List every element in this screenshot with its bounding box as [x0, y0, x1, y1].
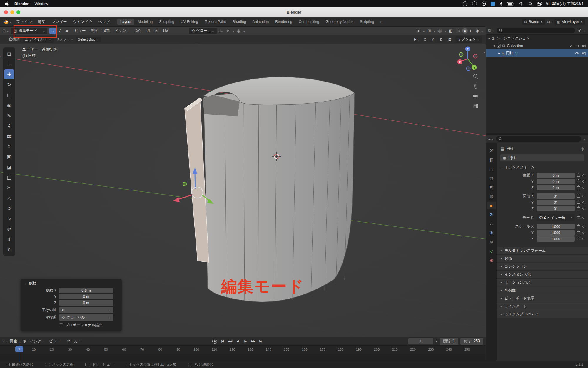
animate-decorator-icon[interactable]: [582, 238, 584, 240]
workspace-tab-modeling[interactable]: Modeling: [135, 19, 156, 25]
properties-search-input[interactable]: [496, 136, 581, 142]
viewport-menu-item[interactable]: UV: [161, 28, 171, 34]
annotate-tool[interactable]: ✎: [4, 111, 14, 120]
wifi-icon[interactable]: [519, 2, 524, 6]
animate-decorator-icon[interactable]: [582, 195, 584, 197]
physics-tab[interactable]: ⊚: [487, 229, 496, 237]
axis-dropdown[interactable]: X⌄: [59, 307, 113, 313]
orientation-dropdown[interactable]: ⟲グローバル ⌄: [59, 314, 113, 321]
mirror-axis-toggle[interactable]: Z: [437, 37, 444, 42]
render-tab[interactable]: ◧: [487, 156, 496, 164]
properties-section-header[interactable]: ▸インスタンス化: [497, 270, 588, 278]
animate-decorator-icon[interactable]: [582, 180, 584, 183]
proportional-editing-checkbox[interactable]: [59, 323, 63, 327]
measure-tool[interactable]: ∡: [4, 121, 14, 131]
animate-decorator-icon[interactable]: [582, 201, 584, 203]
add-workspace-button[interactable]: +: [377, 19, 384, 25]
spotlight-search-icon[interactable]: [528, 2, 532, 6]
pan-view-hand-icon[interactable]: [473, 83, 479, 90]
select-box-dropdown[interactable]: Select Box⌄: [76, 37, 101, 42]
object-name-field[interactable]: ▦ 円柱: [500, 154, 584, 161]
jump-to-end-button[interactable]: ▶|: [257, 338, 264, 344]
timeline-ruler[interactable]: 1020304050607080901001101201301401501601…: [0, 345, 486, 354]
lock-icon[interactable]: [577, 238, 580, 240]
mirror-icon[interactable]: ⋈: [412, 37, 419, 42]
viewport-menu-item[interactable]: 面: [152, 28, 161, 34]
solid-shading[interactable]: ●: [462, 28, 468, 34]
expand-icon[interactable]: ▸: [498, 52, 500, 55]
bevel-tool[interactable]: ◪: [4, 162, 14, 172]
operator-panel-move[interactable]: ⌄ 移動 移動 X 0.6 m Y 0 m Z: [21, 279, 122, 331]
gizmos-dropdown[interactable]: ⌄: [433, 29, 436, 32]
topbar-menu-item[interactable]: ヘルプ: [95, 19, 113, 25]
viewlayer-stack-icon[interactable]: ⧉⌄: [547, 20, 552, 24]
material-tab[interactable]: ◉: [487, 256, 496, 264]
collection-checkbox[interactable]: ✓: [497, 44, 501, 48]
rip-region-tool[interactable]: ⋔: [4, 245, 14, 254]
outliner-search-input[interactable]: [497, 28, 575, 33]
collapse-panel-icon[interactable]: ⌄: [24, 282, 26, 285]
animate-decorator-icon[interactable]: [582, 226, 584, 228]
workspace-tab-scripting[interactable]: Scripting: [357, 19, 377, 25]
properties-section-header[interactable]: ▸デルタトランスフォーム: [497, 246, 588, 254]
lock-icon[interactable]: [577, 195, 580, 198]
mode-dropdown[interactable]: ▧編集モード ⌄: [11, 28, 47, 34]
select-box-tool[interactable]: ◻: [4, 49, 14, 59]
gizmos-toggle[interactable]: ⊞: [426, 28, 432, 34]
3d-viewport[interactable]: ユーザー・透視投影 (1) 円柱 ◻+✚↻◱◉✎∡▦↥▣◪◫✂△↺∿⇄⇕⋔ Z …: [0, 44, 486, 337]
loop-cut-tool[interactable]: ◫: [4, 173, 14, 182]
keying-menu[interactable]: キーイング⌄: [23, 339, 45, 344]
expand-icon[interactable]: ▾: [494, 44, 495, 47]
object-tab[interactable]: ■: [487, 202, 496, 209]
overlays-dropdown[interactable]: ⌄: [444, 29, 446, 32]
viewport-menu-item[interactable]: ビュー: [72, 28, 88, 34]
overlays-toggle[interactable]: ◍: [437, 28, 443, 34]
apple-menu-icon[interactable]: [5, 1, 9, 6]
mac-window-menu[interactable]: Window: [34, 1, 48, 6]
drag-dropdown[interactable]: ドラッ...⌄: [56, 37, 73, 42]
object-visibility-dropdown[interactable]: [415, 28, 422, 34]
disable-render-camera-icon[interactable]: [582, 44, 586, 47]
remove-viewlayer-icon[interactable]: ×: [580, 20, 583, 24]
scale-tool[interactable]: ◱: [4, 90, 14, 100]
workspace-tab-texture-paint[interactable]: Texture Paint: [202, 19, 229, 25]
outliner-editor-selector[interactable]: ⧉⌄: [488, 29, 495, 32]
rotate-tool[interactable]: ↻: [4, 80, 14, 89]
inset-faces-tool[interactable]: ▣: [4, 152, 14, 162]
properties-section-header[interactable]: ▸ラインアート: [497, 302, 588, 310]
lock-icon[interactable]: [577, 207, 580, 210]
scene-selector[interactable]: ⧉ Scene ×: [522, 19, 545, 25]
animate-decorator-icon[interactable]: [582, 232, 584, 234]
cylinder-object-row[interactable]: ▸ △ 円柱 ▽: [486, 49, 588, 57]
topbar-menu-item[interactable]: 編集: [35, 19, 49, 25]
properties-section-header[interactable]: ▸可視性: [497, 286, 588, 294]
mirror-axis-toggle[interactable]: X: [421, 37, 428, 42]
frame-start-field[interactable]: 開始1: [440, 338, 458, 345]
rendered-shading[interactable]: ◉: [475, 28, 480, 34]
collection-row[interactable]: ▾ ✓ ⧉ Collection ✓: [486, 42, 588, 49]
timeline-view-menu[interactable]: ビュー: [47, 338, 63, 344]
properties-editor-selector[interactable]: ≡⌄: [488, 137, 494, 141]
properties-section-header[interactable]: ▸ビューポート表示: [497, 294, 588, 302]
viewlayer-selector[interactable]: ▧ ViewLayer ×: [554, 19, 585, 25]
menubar-clock[interactable]: 5月23日(月) 午前10:54: [546, 1, 583, 6]
battery-icon[interactable]: [507, 2, 514, 6]
next-keyframe-button[interactable]: ▶▶: [250, 338, 256, 344]
properties-section-header[interactable]: ▸コレクション: [497, 262, 588, 270]
shading-dropdown[interactable]: ⌄: [481, 29, 483, 32]
minimize-window-button[interactable]: [10, 10, 14, 14]
viewport-menu-item[interactable]: 追加: [100, 28, 112, 34]
zoom-view-icon[interactable]: [473, 73, 479, 80]
workspace-tab-geometry-nodes[interactable]: Geometry Nodes: [323, 19, 356, 25]
particles-tab[interactable]: ∴: [487, 220, 496, 228]
auto-keying-button[interactable]: [212, 339, 217, 344]
properties-section-header[interactable]: ▸カスタムプロパティ: [497, 310, 588, 318]
animate-decorator-icon[interactable]: [582, 174, 584, 176]
lock-icon[interactable]: [577, 174, 580, 177]
viewport-menu-item[interactable]: 選択: [88, 28, 100, 34]
face-select-mode[interactable]: ▰: [64, 28, 70, 34]
outliner-options-dropdown[interactable]: ⌄: [583, 29, 586, 32]
animate-decorator-icon[interactable]: [582, 208, 584, 210]
animate-decorator-icon[interactable]: [582, 187, 584, 189]
play-button[interactable]: ▶: [242, 338, 249, 344]
